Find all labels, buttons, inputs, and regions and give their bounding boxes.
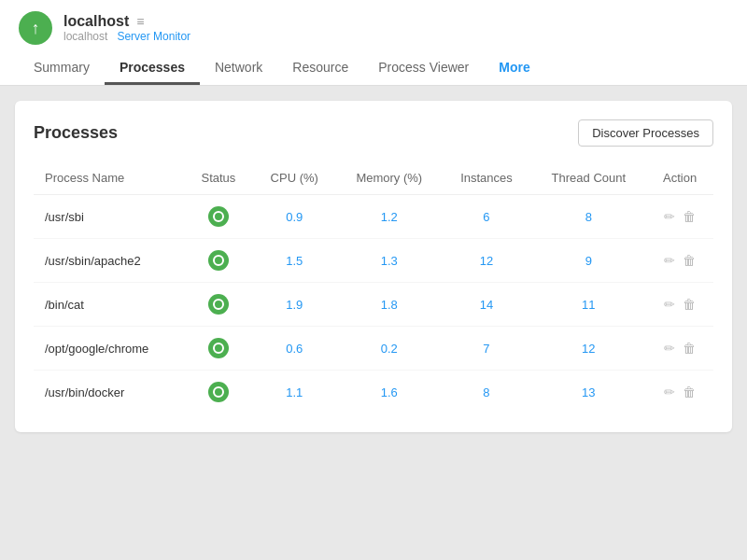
process-name-cell: /usr/sbi [34,195,185,239]
up-arrow-icon: ↑ [32,19,40,38]
table-row: /usr/sbin/apache2 1.5 1.3 12 9 ✏ 🗑 [34,239,713,283]
thread-count-cell: 11 [531,283,647,327]
delete-icon[interactable]: 🗑 [683,341,696,356]
tab-network[interactable]: Network [200,52,277,85]
status-cell [185,371,253,414]
action-cell: ✏ 🗑 [646,239,713,283]
col-status: Status [185,161,253,195]
delete-icon[interactable]: 🗑 [683,385,696,399]
process-name-cell: /usr/bin/docker [34,371,185,414]
instances-cell: 6 [442,195,530,239]
status-cell [185,327,253,371]
memory-cell: 1.6 [336,371,442,414]
instances-cell: 12 [442,239,530,283]
nav-tabs: Summary Processes Network Resource Proce… [19,52,728,85]
action-cell: ✏ 🗑 [646,327,713,371]
col-memory: Memory (%) [336,161,442,195]
col-thread-count: Thread Count [531,161,647,195]
action-icons: ✏ 🗑 [657,341,702,356]
host-name-row: localhost ≡ [63,13,190,30]
process-name-cell: /usr/sbin/apache2 [34,239,185,283]
app-header: ↑ localhost ≡ localhost Server Monitor S… [0,0,747,86]
cpu-cell: 1.1 [252,371,336,414]
status-cell [185,283,253,327]
tab-more[interactable]: More [484,52,544,85]
status-active-icon [208,294,229,315]
instances-cell: 8 [442,371,530,414]
breadcrumb-server-monitor[interactable]: Server Monitor [117,30,190,43]
table-row: /bin/cat 1.9 1.8 14 11 ✏ 🗑 [34,283,713,327]
memory-cell: 1.2 [336,195,442,239]
processes-card: Processes Discover Processes Process Nam… [15,101,732,432]
edit-icon[interactable]: ✏ [664,297,675,312]
host-icon: ↑ [19,11,52,45]
status-active-icon [208,250,229,271]
action-icons: ✏ 🗑 [657,297,702,312]
tab-process-viewer[interactable]: Process Viewer [363,52,484,85]
status-active-icon [208,206,229,227]
table-row: /opt/google/chrome 0.6 0.2 7 12 ✏ 🗑 [34,327,713,371]
processes-table: Process Name Status CPU (%) Memory (%) I… [34,161,713,413]
memory-cell: 1.3 [336,239,442,283]
host-info: localhost ≡ localhost Server Monitor [63,13,190,43]
memory-cell: 1.8 [336,283,442,327]
thread-count-cell: 12 [531,327,647,371]
table-body: /usr/sbi 0.9 1.2 6 8 ✏ 🗑 /usr/sbin/apach… [34,195,713,414]
host-name-label: localhost [63,13,129,30]
edit-icon[interactable]: ✏ [664,341,675,356]
col-action: Action [646,161,713,195]
status-active-icon [208,382,229,402]
cpu-cell: 1.9 [252,283,336,327]
thread-count-cell: 13 [531,371,647,414]
delete-icon[interactable]: 🗑 [683,297,696,312]
card-header: Processes Discover Processes [34,119,713,147]
action-icons: ✏ 🗑 [657,253,702,268]
breadcrumb-host: localhost [63,30,107,43]
col-cpu: CPU (%) [252,161,336,195]
cpu-cell: 0.9 [252,195,336,239]
thread-count-cell: 9 [531,239,647,283]
instances-cell: 14 [442,283,530,327]
action-icons: ✏ 🗑 [657,385,702,399]
memory-cell: 0.2 [336,327,442,371]
tab-resource[interactable]: Resource [277,52,363,85]
main-content: Processes Discover Processes Process Nam… [0,86,747,560]
action-cell: ✏ 🗑 [646,283,713,327]
status-cell [185,195,253,239]
card-title: Processes [34,123,118,143]
edit-icon[interactable]: ✏ [664,209,675,224]
cpu-cell: 1.5 [252,239,336,283]
host-row: ↑ localhost ≡ localhost Server Monitor [19,11,728,45]
cpu-cell: 0.6 [252,327,336,371]
action-cell: ✏ 🗑 [646,195,713,239]
table-row: /usr/sbi 0.9 1.2 6 8 ✏ 🗑 [34,195,713,239]
instances-cell: 7 [442,327,530,371]
tab-summary[interactable]: Summary [19,52,105,85]
process-name-cell: /bin/cat [34,283,185,327]
delete-icon[interactable]: 🗑 [683,209,696,224]
discover-processes-button[interactable]: Discover Processes [578,119,713,147]
status-active-icon [208,338,229,358]
action-icons: ✏ 🗑 [657,209,702,224]
delete-icon[interactable]: 🗑 [683,253,696,268]
status-cell [185,239,253,283]
host-menu-icon[interactable]: ≡ [136,14,144,29]
table-header: Process Name Status CPU (%) Memory (%) I… [34,161,713,195]
action-cell: ✏ 🗑 [646,371,713,414]
table-row: /usr/bin/docker 1.1 1.6 8 13 ✏ 🗑 [34,371,713,414]
thread-count-cell: 8 [531,195,647,239]
edit-icon[interactable]: ✏ [664,385,675,399]
breadcrumb: localhost Server Monitor [63,30,190,43]
col-process-name: Process Name [34,161,185,195]
edit-icon[interactable]: ✏ [664,253,675,268]
process-name-cell: /opt/google/chrome [34,327,185,371]
col-instances: Instances [442,161,530,195]
table-header-row: Process Name Status CPU (%) Memory (%) I… [34,161,713,195]
tab-processes[interactable]: Processes [105,52,200,85]
